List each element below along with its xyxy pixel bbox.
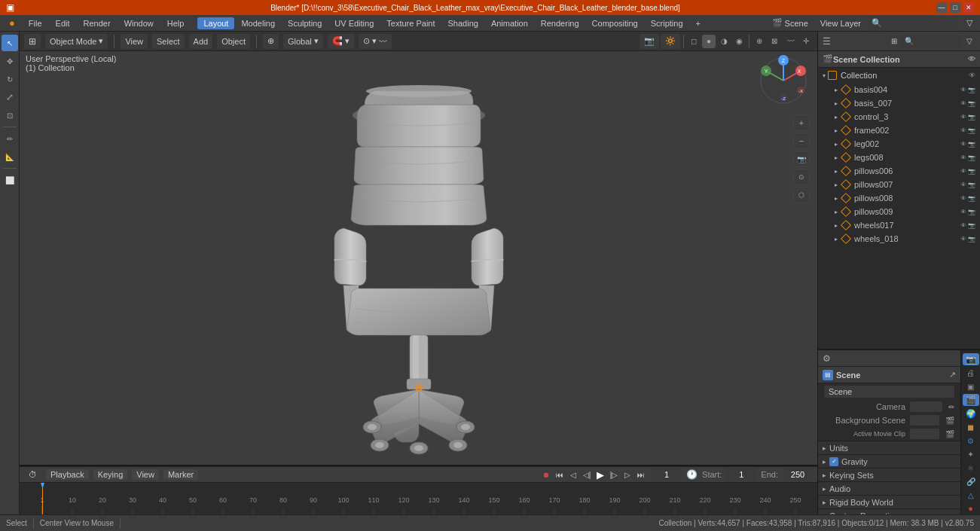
camera-edit-icon[interactable]: ✏ — [948, 403, 954, 411]
gizmo-btn[interactable]: ✛ — [799, 35, 813, 48]
movie-clip-value[interactable] — [910, 429, 939, 439]
outliner-item[interactable]: pillows006 👁 📷 — [818, 164, 980, 178]
outliner-item[interactable]: pillows008 👁 📷 — [818, 191, 980, 205]
menu-file[interactable]: File — [23, 17, 48, 29]
end-frame-input[interactable]: 250 — [783, 468, 813, 481]
menu-edit[interactable]: Edit — [50, 17, 76, 29]
item-vis-8[interactable]: 👁 — [960, 195, 966, 202]
menu-blender[interactable]: ● — [3, 16, 21, 30]
jump-end-btn[interactable]: ⏭ — [635, 468, 647, 481]
outliner-item[interactable]: wheels_018 👁 📷 — [818, 232, 980, 246]
timeline-editor-type[interactable]: ⏱ — [24, 467, 41, 482]
focus-btn[interactable]: ⊙ — [793, 169, 810, 185]
item-render-1[interactable]: 📷 — [968, 100, 975, 107]
item-vis-6[interactable]: 👁 — [960, 168, 966, 175]
overlay-btn[interactable]: ⊕ — [753, 35, 766, 48]
modifiers-props-btn[interactable]: ⚙ — [963, 435, 979, 447]
item-render-4[interactable]: 📷 — [968, 141, 975, 148]
vis-icon[interactable]: 👁 — [968, 55, 975, 63]
item-render-8[interactable]: 📷 — [968, 195, 975, 202]
particles-props-btn[interactable]: ✦ — [963, 448, 979, 460]
play-btn[interactable]: ▶ — [594, 468, 606, 481]
camera-value[interactable] — [910, 401, 942, 412]
prev-keyframe-btn[interactable]: ◁| — [581, 468, 593, 481]
scene-expand-icon[interactable]: ↗ — [949, 370, 956, 380]
workspace-uv-editing[interactable]: UV Editing — [328, 17, 380, 29]
move-tool[interactable]: ✥ — [2, 53, 18, 69]
transform-orientation-btn[interactable]: Global ▾ — [283, 34, 323, 49]
workspace-texture-paint[interactable]: Texture Paint — [380, 17, 441, 29]
jump-start-btn[interactable]: ⏮ — [554, 468, 566, 481]
audio-section[interactable]: Audio — [818, 481, 960, 495]
item-vis-10[interactable]: 👁 — [960, 222, 966, 229]
add-cube-tool[interactable]: ⬜ — [2, 172, 18, 188]
xray-btn[interactable]: ⊠ — [768, 35, 781, 48]
workspace-rendering[interactable]: Rendering — [535, 17, 585, 29]
outliner-item[interactable]: basis_007 👁 📷 — [818, 96, 980, 110]
outliner-item[interactable]: basis004 👁 📷 — [818, 83, 980, 96]
next-keyframe-btn[interactable]: |▷ — [608, 468, 620, 481]
view-layer-selector[interactable]: View Layer — [816, 16, 866, 31]
render-props-btn[interactable]: 📷 — [963, 353, 979, 365]
perspective-btn[interactable]: ⬡ — [793, 187, 810, 203]
constraints-props-btn[interactable]: 🔗 — [963, 475, 979, 487]
workspace-layout[interactable]: Layout — [197, 17, 234, 29]
outliner-item[interactable]: frame002 👁 📷 — [818, 124, 980, 137]
item-render-6[interactable]: 📷 — [968, 168, 975, 175]
item-render-10[interactable]: 📷 — [968, 222, 975, 229]
view-menu-tl[interactable]: View — [132, 469, 159, 480]
record-btn[interactable]: ⏺ — [540, 468, 552, 481]
item-render-0[interactable]: 📷 — [968, 87, 975, 93]
keying-sets-section[interactable]: Keying Sets — [818, 468, 960, 481]
outliner-collection[interactable]: Collection 👁 — [818, 68, 980, 83]
viewport-camera-btn[interactable]: 📷 — [640, 34, 659, 49]
transform-pivot-btn[interactable]: ⊕ — [263, 34, 279, 49]
close-button[interactable]: ✕ — [963, 2, 974, 13]
gravity-checkbox[interactable]: ✓ — [829, 457, 838, 466]
item-render-11[interactable]: 📷 — [968, 236, 975, 243]
solid-shading[interactable]: ● — [702, 35, 716, 48]
item-render-2[interactable]: 📷 — [968, 114, 975, 121]
add-menu-btn[interactable]: Add — [189, 34, 213, 49]
item-vis-3[interactable]: 👁 — [960, 127, 966, 134]
menu-window[interactable]: Window — [118, 17, 160, 29]
scene-name-input[interactable]: Scene — [824, 386, 954, 398]
scene-selector[interactable]: 🎬 Scene — [768, 16, 813, 31]
rendered-shading[interactable]: ◉ — [732, 35, 746, 48]
object-mode-button[interactable]: Object Mode ▾ — [45, 34, 108, 49]
timeline-ruler[interactable]: 1 10 20 30 40 — [20, 483, 817, 514]
scene-props-btn[interactable]: 🎬 — [963, 394, 979, 406]
prev-frame-btn[interactable]: ◁ — [567, 468, 579, 481]
item-vis-2[interactable]: 👁 — [960, 114, 966, 121]
filter-button[interactable]: ▽ — [962, 16, 977, 31]
workspace-compositing[interactable]: Compositing — [586, 17, 644, 29]
item-vis-11[interactable]: 👁 — [960, 236, 966, 243]
item-vis-4[interactable]: 👁 — [960, 141, 966, 148]
outliner-search[interactable]: 🔍 — [902, 35, 962, 48]
start-frame-input[interactable]: 1 — [726, 468, 756, 481]
workspace-sculpting[interactable]: Sculpting — [282, 17, 328, 29]
workspace-scripting[interactable]: Scripting — [645, 17, 689, 29]
select-menu-btn[interactable]: Select — [152, 34, 185, 49]
bg-scene-value[interactable] — [910, 415, 939, 426]
snap-btn[interactable]: 🧲 ▾ — [328, 34, 354, 49]
workspace-animation[interactable]: Animation — [485, 17, 534, 29]
editor-type-button[interactable]: ⊞ — [24, 34, 41, 49]
object-props-btn[interactable]: ◼ — [963, 421, 979, 433]
minimize-button[interactable]: — — [936, 2, 947, 13]
measure-tool[interactable]: 📐 — [2, 148, 18, 165]
zoom-out-btn[interactable]: − — [793, 133, 810, 149]
menu-help[interactable]: Help — [161, 17, 191, 29]
camera-view-btn[interactable]: 📷 — [793, 151, 810, 167]
outliner-filter[interactable]: ▽ — [963, 35, 975, 47]
scale-tool[interactable]: ⤢ — [2, 89, 18, 105]
cursor-tool[interactable]: ↖ — [2, 35, 18, 51]
movie-clip-icon[interactable]: 🎬 — [945, 430, 954, 438]
gravity-section[interactable]: ✓ Gravity — [818, 454, 960, 468]
world-props-btn[interactable]: 🌍 — [963, 407, 979, 420]
navigation-gizmo[interactable]: X Y Z -X -Z — [757, 54, 810, 107]
outliner-item[interactable]: leg002 👁 📷 — [818, 137, 980, 151]
annotate-tool[interactable]: ✏ — [2, 130, 18, 147]
viewport[interactable]: ⊞ Object Mode ▾ View Select Add — [20, 32, 817, 465]
item-render-9[interactable]: 📷 — [968, 209, 975, 215]
